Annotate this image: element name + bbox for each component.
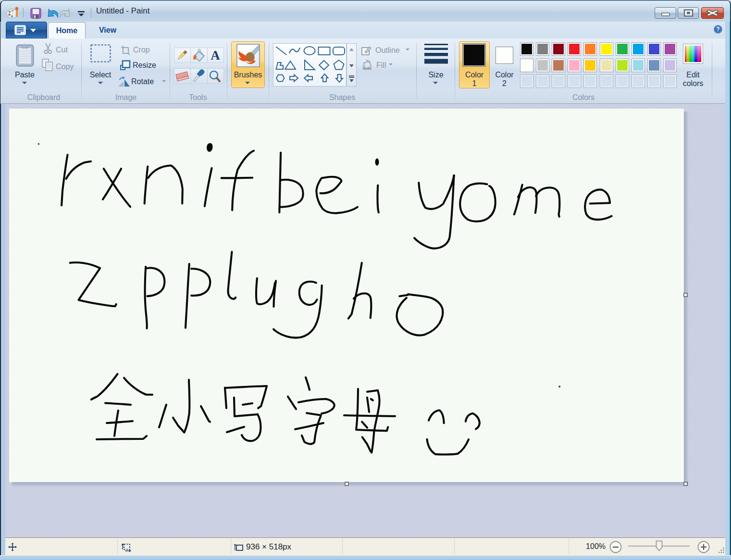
svg-text:?: ?: [716, 26, 719, 33]
